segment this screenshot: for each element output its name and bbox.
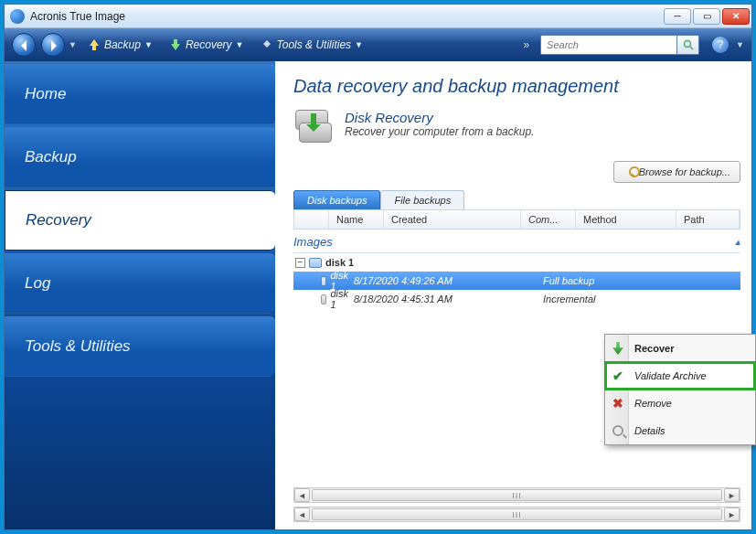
tree-node-disk1[interactable]: − disk 1	[293, 253, 740, 272]
body: Home Backup Recovery Log Tools & Utiliti…	[5, 61, 751, 529]
search-icon	[683, 39, 694, 50]
nav-history-caret[interactable]: ▼	[69, 40, 77, 49]
titlebar: Acronis True Image ─ ▭ ✕	[5, 5, 751, 28]
app-window: Acronis True Image ─ ▭ ✕ ▼ Backup▼ Recov…	[4, 4, 752, 530]
page-title: Data recovery and backup management	[293, 76, 740, 97]
sidebar-item-backup[interactable]: Backup	[5, 127, 275, 187]
minimize-button[interactable]: ─	[664, 8, 691, 25]
col-method[interactable]: Method	[576, 210, 676, 229]
recovery-description: Recover your computer from a backup.	[345, 125, 534, 138]
toolbar: ▼ Backup▼ Recovery▼ Tools & Utilities▼ »	[5, 28, 751, 61]
help-caret[interactable]: ▼	[736, 40, 744, 49]
svg-point-0	[684, 41, 690, 48]
sidebar-item-log[interactable]: Log	[5, 253, 275, 314]
scroll-right-button[interactable]: ►	[724, 507, 740, 521]
col-path[interactable]: Path	[676, 210, 740, 229]
maximize-button[interactable]: ▭	[693, 8, 720, 25]
sidebar-item-recovery[interactable]: Recovery	[5, 190, 275, 251]
app-icon	[10, 9, 25, 24]
nav-back-button[interactable]	[12, 33, 36, 57]
toolbar-recovery[interactable]: Recovery▼	[164, 36, 250, 54]
ctx-validate-archive[interactable]: ✔ Validate Archive	[605, 362, 755, 390]
sidebar-item-home[interactable]: Home	[5, 64, 275, 124]
validate-icon: ✔	[611, 368, 625, 383]
hscrollbar[interactable]: ◄ III ►	[293, 507, 740, 522]
hscrollbar[interactable]: ◄ III ►	[293, 487, 740, 503]
nav-forward-button[interactable]	[41, 33, 65, 57]
window-title: Acronis True Image	[30, 10, 125, 23]
scroll-track[interactable]: III	[310, 507, 724, 521]
scroll-right-button[interactable]: ►	[724, 488, 740, 502]
recovery-subtitle: Disk Recovery	[345, 110, 534, 125]
ctx-details[interactable]: Details	[605, 417, 755, 444]
upload-icon	[88, 38, 101, 51]
remove-icon: ✖	[611, 396, 625, 411]
toolbar-backup[interactable]: Backup▼	[82, 36, 158, 54]
svg-line-1	[690, 47, 693, 49]
tab-file-backups[interactable]: File backups	[380, 190, 464, 209]
col-created[interactable]: Created	[384, 210, 521, 229]
scroll-thumb[interactable]: III	[312, 489, 722, 501]
window-controls: ─ ▭ ✕	[664, 8, 750, 25]
toolbar-overflow[interactable]: »	[517, 38, 535, 51]
recover-icon	[611, 341, 625, 356]
col-name[interactable]: Name	[329, 210, 384, 229]
backup-tabs: Disk backups File backups	[293, 190, 740, 209]
grid-header: Name Created Com... Method Path	[293, 209, 740, 230]
scroll-left-button[interactable]: ◄	[294, 488, 310, 502]
table-row[interactable]: disk 1 8/17/2020 4:49:26 AM Full backup	[293, 272, 740, 290]
browse-backup-button[interactable]: Browse for backup...	[613, 161, 740, 183]
search-button[interactable]	[677, 35, 699, 55]
main-panel: Data recovery and backup management Disk…	[275, 61, 751, 529]
backup-tree: − disk 1 disk 1 8/17/2020 4:49:26 AM Ful…	[293, 253, 740, 308]
details-icon	[611, 423, 625, 438]
scroll-track[interactable]: III	[310, 488, 724, 502]
disk-icon	[321, 294, 326, 304]
scroll-left-button[interactable]: ◄	[294, 507, 310, 521]
sidebar: Home Backup Recovery Log Tools & Utiliti…	[5, 61, 275, 529]
recovery-header: Disk Recovery Recover your computer from…	[293, 110, 740, 150]
collapse-icon[interactable]: ▴	[735, 236, 740, 248]
context-menu: Recover ✔ Validate Archive ✖ Remove Deta…	[604, 334, 756, 445]
ctx-remove[interactable]: ✖ Remove	[605, 390, 755, 417]
section-images: Images ▴	[293, 230, 740, 253]
search-input[interactable]	[540, 35, 677, 55]
close-button[interactable]: ✕	[722, 8, 750, 25]
sidebar-item-tools[interactable]: Tools & Utilities	[5, 316, 275, 377]
scroll-thumb[interactable]: III	[312, 508, 722, 520]
download-icon	[169, 38, 182, 51]
tree-collapse-button[interactable]: −	[295, 258, 305, 268]
tools-icon	[260, 38, 272, 51]
browse-icon	[623, 166, 634, 177]
table-row[interactable]: disk 1 8/18/2020 4:45:31 AM Incremental	[293, 290, 740, 308]
toolbar-tools[interactable]: Tools & Utilities▼	[254, 36, 368, 54]
ctx-recover[interactable]: Recover	[605, 335, 755, 362]
disk-icon	[309, 258, 322, 268]
col-com[interactable]: Com...	[521, 210, 576, 229]
help-button[interactable]: ?	[712, 37, 729, 53]
disk-icon	[321, 276, 326, 286]
tab-disk-backups[interactable]: Disk backups	[293, 190, 380, 209]
disk-recovery-icon	[293, 110, 334, 150]
